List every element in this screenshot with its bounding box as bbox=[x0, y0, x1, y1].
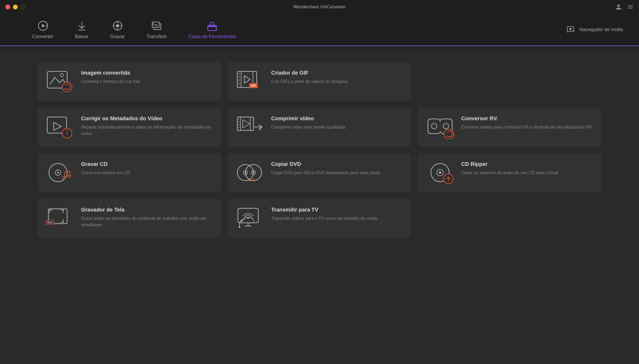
svg-point-35 bbox=[67, 130, 68, 131]
titlebar-actions bbox=[615, 4, 634, 10]
svg-marker-1 bbox=[42, 24, 45, 28]
imagem-convertida-icon bbox=[45, 69, 75, 93]
svg-text:REC: REC bbox=[48, 221, 54, 224]
nav-label-gravar: Gravar bbox=[110, 34, 125, 39]
conversor-rv-text: Conversor RV. Converta vídeos para o for… bbox=[461, 115, 594, 130]
nav-item-media[interactable]: Navegador de mídia bbox=[567, 25, 623, 35]
baixar-icon bbox=[76, 20, 88, 32]
titlebar: Wondershare UniConverter bbox=[0, 0, 639, 14]
account-icon[interactable] bbox=[615, 4, 622, 10]
close-button[interactable] bbox=[5, 5, 10, 9]
svg-point-73 bbox=[247, 217, 249, 219]
gravador-tela-title: Gravador de Tela bbox=[81, 206, 214, 213]
tool-cd-ripper[interactable]: CD Ripper Copie os arquivos de áudio do … bbox=[418, 153, 601, 192]
corrigir-metadados-text: Corrigir os Metadados do Vídeo Reparar a… bbox=[81, 115, 214, 137]
svg-marker-28 bbox=[244, 76, 250, 83]
svg-marker-17 bbox=[569, 28, 572, 30]
comprimir-video-text: Comprimir vídeo Comprimir vídeo sem perd… bbox=[271, 115, 404, 130]
gravar-cd-desc: Grave sua música em CD bbox=[81, 170, 214, 176]
nav-item-gravar[interactable]: Gravar bbox=[99, 17, 136, 42]
empty-slot-2 bbox=[418, 199, 601, 238]
navbar: Converter Baixar Gravar bbox=[0, 14, 639, 46]
transferir-icon bbox=[151, 20, 162, 32]
nav-label-transferir: Transferir bbox=[146, 34, 167, 39]
maximize-button[interactable] bbox=[20, 5, 25, 9]
svg-rect-15 bbox=[211, 26, 213, 27]
gravador-tela-text: Gravador de Tela Grave todas as atividad… bbox=[81, 206, 214, 228]
criador-gif-desc: Crie GIFs a partir de vídeos ou imagens. bbox=[271, 78, 404, 85]
divider bbox=[0, 46, 639, 51]
svg-point-59 bbox=[253, 172, 254, 173]
empty-slot-1 bbox=[418, 62, 601, 101]
nav-item-converter[interactable]: Converter bbox=[21, 17, 64, 42]
svg-point-4 bbox=[116, 24, 119, 27]
imagem-convertida-title: Imagem convertida bbox=[81, 69, 214, 76]
gravador-tela-icon: REC bbox=[45, 206, 75, 230]
gravar-cd-icon bbox=[45, 161, 75, 185]
tool-gravar-cd[interactable]: Gravar CD Grave sua música em CD bbox=[38, 153, 221, 192]
cd-ripper-text: CD Ripper Copie os arquivos de áudio do … bbox=[461, 161, 594, 176]
menu-icon[interactable] bbox=[627, 4, 634, 10]
tool-imagem-convertida[interactable]: Imagem convertida Converta o formato da … bbox=[38, 62, 221, 101]
caixa-icon bbox=[206, 20, 218, 32]
tool-copiar-dvd[interactable]: Copiar DVD Copie DVD para ISO e DVD dire… bbox=[228, 153, 411, 192]
transmitir-tv-title: Transmitir para TV bbox=[271, 206, 404, 213]
minimize-button[interactable] bbox=[13, 5, 18, 9]
nav-label-caixa: Caixa de Ferramentas bbox=[188, 34, 236, 39]
gravar-icon bbox=[112, 20, 124, 32]
copiar-dvd-icon bbox=[235, 161, 265, 185]
nav-item-transferir[interactable]: Transferir bbox=[136, 17, 177, 42]
svg-point-19 bbox=[60, 74, 63, 77]
svg-marker-43 bbox=[243, 120, 250, 128]
app-title: Wondershare UniConverter bbox=[293, 5, 346, 9]
nav-item-baixar[interactable]: Baixar bbox=[64, 17, 99, 42]
svg-point-72 bbox=[239, 226, 240, 228]
transmitir-tv-icon bbox=[235, 206, 265, 230]
tools-grid: Imagem convertida Converta o formato da … bbox=[0, 51, 639, 249]
svg-point-46 bbox=[431, 123, 437, 129]
corrigir-metadados-icon bbox=[45, 115, 75, 139]
svg-text:GIF: GIF bbox=[251, 84, 256, 87]
copiar-dvd-title: Copiar DVD bbox=[271, 161, 404, 168]
cd-ripper-title: CD Ripper bbox=[461, 161, 594, 168]
nav-label-media: Navegador de mídia bbox=[579, 27, 623, 32]
nav-label-baixar: Baixar bbox=[75, 34, 89, 39]
criador-gif-text: Criador de GIF Crie GIFs a partir de víd… bbox=[271, 69, 404, 85]
cd-ripper-desc: Copie os arquivos de áudio do seu CD par… bbox=[461, 170, 594, 176]
tool-transmitir-tv[interactable]: Transmitir para TV Transmitir vídeos par… bbox=[228, 199, 411, 238]
imagem-convertida-desc: Converta o formato da sua foto bbox=[81, 78, 214, 85]
transmitir-tv-desc: Transmitir vídeos para a TV como um serv… bbox=[271, 215, 404, 222]
gravador-tela-desc: Grave todas as atividades do ambiente de… bbox=[81, 215, 214, 228]
cd-ripper-icon bbox=[425, 161, 455, 185]
conversor-rv-desc: Converta vídeos para o formato VR e desf… bbox=[461, 124, 594, 130]
corrigir-metadados-title: Corrigir os Metadados do Vídeo bbox=[81, 115, 214, 122]
copiar-dvd-desc: Copie DVD para ISO e DVD diretamente par… bbox=[271, 170, 404, 176]
criador-gif-icon: GIF bbox=[235, 69, 265, 93]
tool-criador-gif[interactable]: GIF Criador de GIF Crie GIFs a partir de… bbox=[228, 62, 411, 101]
svg-point-62 bbox=[439, 172, 441, 174]
tool-gravador-tela[interactable]: REC Gravador de Tela Grave todas as ativ… bbox=[38, 199, 221, 238]
window-controls bbox=[5, 5, 25, 9]
svg-point-52 bbox=[63, 176, 65, 179]
svg-point-53 bbox=[68, 175, 71, 177]
tool-comprimir-video[interactable]: Comprimir vídeo Comprimir vídeo sem perd… bbox=[228, 107, 411, 147]
corrigir-metadados-desc: Reparar automaticamente e editar as info… bbox=[81, 124, 214, 137]
gravar-cd-title: Gravar CD bbox=[81, 161, 214, 168]
comprimir-video-desc: Comprimir vídeo sem perder qualidade. bbox=[271, 124, 404, 130]
conversor-rv-title: Conversor RV. bbox=[461, 115, 594, 122]
tool-conversor-rv[interactable]: Conversor RV. Converta vídeos para o for… bbox=[418, 107, 601, 147]
copiar-dvd-text: Copiar DVD Copie DVD para ISO e DVD dire… bbox=[271, 161, 404, 176]
svg-rect-42 bbox=[250, 117, 253, 130]
comprimir-video-icon bbox=[235, 115, 265, 139]
imagem-convertida-text: Imagem convertida Converta o formato da … bbox=[81, 69, 214, 85]
nav-label-converter: Converter bbox=[32, 34, 53, 39]
comprimir-video-title: Comprimir vídeo bbox=[271, 115, 404, 122]
nav-item-caixa[interactable]: Caixa de Ferramentas bbox=[177, 17, 247, 42]
svg-marker-32 bbox=[54, 122, 61, 130]
transmitir-tv-text: Transmitir para TV Transmitir vídeos par… bbox=[271, 206, 404, 222]
svg-point-47 bbox=[443, 123, 449, 129]
svg-rect-36 bbox=[237, 117, 253, 130]
converter-icon bbox=[37, 20, 49, 32]
tool-corrigir-metadados[interactable]: Corrigir os Metadados do Vídeo Reparar a… bbox=[38, 107, 221, 147]
conversor-rv-icon bbox=[425, 115, 455, 139]
